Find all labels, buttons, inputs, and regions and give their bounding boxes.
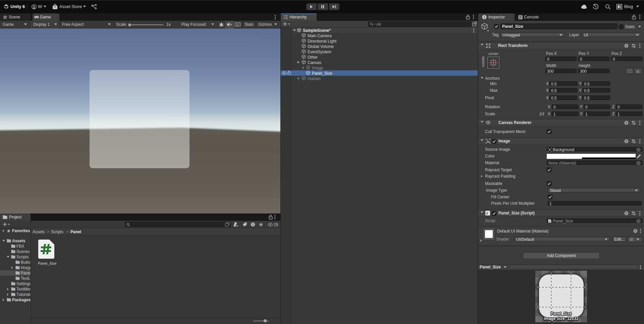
svg-text:?: ? <box>635 230 637 233</box>
svg-text:?: ? <box>626 212 628 215</box>
svg-text:?: ? <box>626 121 628 125</box>
svg-text:?: ? <box>626 140 628 143</box>
svg-text:?: ? <box>626 44 628 48</box>
svg-text:#: # <box>549 220 550 222</box>
